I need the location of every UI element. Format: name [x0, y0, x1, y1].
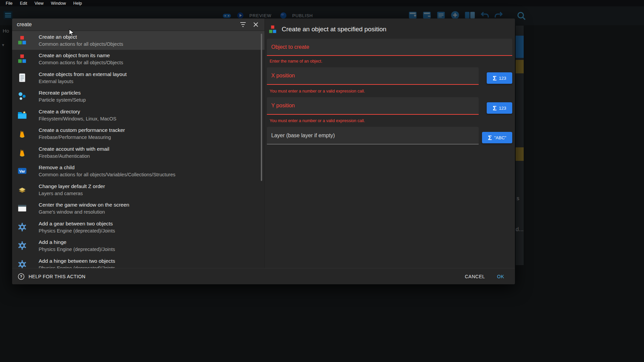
- y-expression-button[interactable]: Σ 123: [487, 102, 512, 114]
- action-parameters-panel: Create an object at specified position O…: [265, 19, 515, 268]
- x-position-error: You must enter a number or a valid expre…: [270, 89, 365, 94]
- y-position-field[interactable]: Y position: [267, 97, 479, 115]
- action-title: Create objects from an external layout: [39, 71, 127, 77]
- action-subtitle: Common actions for all objects/Objects: [39, 60, 123, 65]
- menu-help[interactable]: Help: [70, 1, 86, 6]
- action-search-panel: create Create an objectCommon actions fo…: [12, 19, 265, 268]
- action-title: Create account with with email: [39, 146, 109, 152]
- filter-icon[interactable]: [239, 21, 247, 29]
- action-subtitle: Common actions for all objects/Variables…: [39, 172, 175, 177]
- action-subtitle: Layers and cameras: [39, 191, 105, 196]
- var-icon: Var: [17, 166, 28, 176]
- action-list-item[interactable]: Center the game window on the screenGame…: [12, 199, 265, 218]
- instruction-editor-dialog: create Create an objectCommon actions fo…: [12, 19, 515, 284]
- action-title: Create an object: [39, 34, 123, 40]
- firebase-icon: [17, 128, 28, 139]
- cancel-button[interactable]: CANCEL: [458, 271, 492, 282]
- x-position-field[interactable]: X position: [267, 67, 479, 85]
- close-icon[interactable]: [252, 21, 260, 29]
- action-title: Create a directory: [39, 109, 116, 115]
- action-title: Create a custom performance tracker: [39, 127, 125, 133]
- action-list-item[interactable]: Create an objectCommon actions for all o…: [12, 31, 265, 50]
- sigma-icon: Σ: [493, 105, 496, 111]
- action-list-item[interactable]: Create account with with emailFirebase/A…: [12, 143, 265, 162]
- help-button[interactable]: ? HELP FOR THIS ACTION: [17, 273, 85, 280]
- action-subtitle: Firebase/Authentication: [39, 153, 109, 159]
- action-list-item[interactable]: Add a hinge between two objectsPhysics E…: [12, 255, 265, 268]
- objects-icon: [268, 25, 277, 34]
- objects-icon: [17, 53, 28, 64]
- action-title: Add a hinge: [39, 239, 115, 245]
- action-list-item[interactable]: Add a gear between two objectsPhysics En…: [12, 218, 265, 237]
- help-label: HELP FOR THIS ACTION: [29, 274, 85, 279]
- sigma-icon: Σ: [488, 135, 492, 141]
- action-title: Create an object from its name: [39, 52, 123, 59]
- sigma-icon: Σ: [493, 75, 496, 81]
- action-subtitle: Common actions for all objects/Objects: [39, 41, 123, 47]
- action-list-item[interactable]: Create objects from an external layoutEx…: [12, 68, 265, 87]
- help-circle-icon: ?: [17, 273, 25, 280]
- firebase-icon: [17, 147, 28, 158]
- y-position-error: You must enter a number or a valid expre…: [270, 118, 365, 123]
- action-title: Add a gear between two objects: [39, 221, 115, 227]
- action-list-item[interactable]: Create a custom performance trackerFireb…: [12, 124, 265, 143]
- particles-icon: [17, 91, 28, 102]
- object-to-create-helper: Enter the name of an object.: [270, 59, 322, 64]
- menu-file[interactable]: File: [2, 1, 16, 6]
- action-subtitle: Physics Engine (deprecated)/Joints: [39, 265, 115, 268]
- dialog-footer: ? HELP FOR THIS ACTION CANCEL OK: [12, 268, 515, 284]
- search-input[interactable]: create: [17, 22, 234, 28]
- action-subtitle: Physics Engine (deprecated)/Joints: [39, 228, 115, 233]
- layer-expression-button[interactable]: Σ "ABC": [482, 132, 512, 143]
- folder-icon: [17, 110, 28, 120]
- action-list-item[interactable]: Create a directoryFilesystem/Windows, Li…: [12, 106, 265, 124]
- svg-text:?: ?: [20, 274, 22, 278]
- menu-edit[interactable]: Edit: [16, 1, 31, 6]
- object-to-create-label: Object to create: [271, 44, 309, 50]
- action-subtitle: Firebase/Performance Measuring: [39, 135, 125, 140]
- object-to-create-field[interactable]: Object to create: [267, 39, 512, 56]
- action-subtitle: Game's window and resolution: [39, 209, 129, 215]
- menubar: FileEditViewWindowHelp: [0, 0, 644, 6]
- window-icon: [17, 203, 28, 214]
- menu-view[interactable]: View: [31, 1, 47, 6]
- screen: FileEditViewWindowHelp PREVIEW: [0, 0, 644, 362]
- action-title: Add a hinge between two objects: [39, 258, 115, 264]
- search-bar[interactable]: create: [12, 19, 265, 31]
- menu-window[interactable]: Window: [47, 1, 70, 6]
- x-expression-button[interactable]: Σ 123: [487, 72, 512, 84]
- action-list-item[interactable]: Add a hingePhysics Engine (deprecated)/J…: [12, 237, 265, 255]
- action-subtitle: Filesystem/Windows, Linux, MacOS: [39, 116, 116, 121]
- action-list-item[interactable]: VarRemove a childCommon actions for all …: [12, 162, 265, 181]
- gear-icon: [17, 259, 28, 268]
- action-list: Create an objectCommon actions for all o…: [12, 31, 265, 268]
- svg-text:Var: Var: [19, 169, 25, 173]
- action-title: Remove a child: [39, 165, 175, 171]
- action-subtitle: Particle system/Setup: [39, 97, 86, 103]
- objects-icon: [17, 35, 28, 46]
- list-scrollbar[interactable]: [261, 34, 262, 181]
- action-list-item[interactable]: Create an object from its nameCommon act…: [12, 50, 265, 69]
- action-list-item[interactable]: Recreate particlesParticle system/Setup: [12, 87, 265, 106]
- action-subtitle: External layouts: [39, 79, 127, 84]
- action-title: Change layer default Z order: [39, 183, 105, 189]
- gear-icon: [17, 222, 28, 232]
- layers-icon: [17, 184, 28, 195]
- document-icon: [17, 72, 28, 83]
- layer-field[interactable]: Layer (base layer if empty): [267, 127, 479, 144]
- action-detail-title: Create an object at specified position: [282, 26, 387, 33]
- gear-icon: [17, 240, 28, 251]
- action-title: Recreate particles: [39, 90, 86, 96]
- ok-button[interactable]: OK: [492, 271, 510, 282]
- x-position-label: X position: [271, 73, 295, 79]
- action-subtitle: Physics Engine (deprecated)/Joints: [39, 247, 115, 252]
- y-position-label: Y position: [271, 103, 295, 109]
- action-title: Center the game window on the screen: [39, 202, 129, 208]
- layer-label: Layer (base layer if empty): [271, 133, 335, 139]
- action-list-item[interactable]: Change layer default Z orderLayers and c…: [12, 180, 265, 199]
